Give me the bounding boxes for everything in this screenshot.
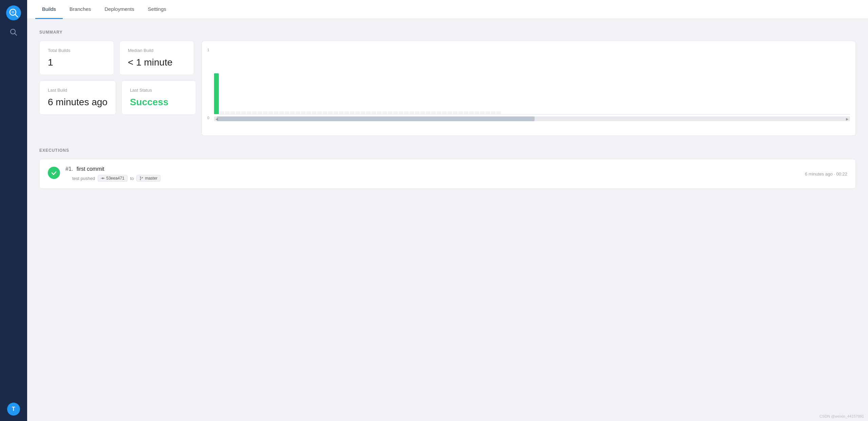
chart-bar [393,111,398,114]
chart-bar [431,111,436,114]
chart-bar [496,111,501,114]
chart-bar [442,111,447,114]
execution-to: to [130,176,134,181]
chart-bar [469,111,474,114]
chart-scrollbar[interactable]: ◀ ▶ [214,116,850,121]
branch-badge[interactable]: master [136,175,160,182]
chart-bar [382,111,387,114]
builds-chart: 1 0 ◀ ▶ [201,41,856,136]
chart-bar [328,111,333,114]
chart-bar [491,111,496,114]
executions-section-title: EXECUTIONS [39,148,856,153]
chart-bar [323,111,327,114]
user-avatar[interactable]: T [7,403,20,416]
chart-bar [475,111,479,114]
execution-item: #1. first commit test pushed 53eea471 to… [39,159,856,189]
execution-number: #1. [65,166,73,172]
chart-y-bottom-label: 0 [207,116,209,120]
chart-bar [252,111,257,114]
tab-deployments[interactable]: Deployments [98,0,141,19]
chart-bar [453,111,458,114]
chart-bar [399,111,403,114]
execution-title: #1. first commit [65,166,799,172]
chart-bar [464,111,468,114]
svg-point-9 [140,179,141,180]
cards-column: Total Builds 1 Median Build < 1 minute L… [39,41,196,136]
chart-bar [317,111,322,114]
chart-bar [339,111,344,114]
chart-inner: 1 0 ◀ ▶ [207,47,850,128]
scroll-left-icon[interactable]: ◀ [214,117,219,121]
tab-branches[interactable]: Branches [63,0,98,19]
execution-meta: test pushed 53eea471 to master [72,175,799,182]
svg-point-10 [142,177,143,178]
chart-bar [420,111,425,114]
chart-bar [415,111,420,114]
median-build-card: Median Build < 1 minute [119,41,194,75]
chart-bar [377,111,382,114]
execution-timestamp: 6 minutes ago · 00:22 [805,171,847,177]
chart-bar [230,111,235,114]
chart-bar [247,111,251,114]
chart-bar [295,111,300,114]
chart-bar [333,111,338,114]
chart-bar [312,111,316,114]
bars-area [214,47,850,114]
chart-bar [447,111,452,114]
last-build-label: Last Build [48,88,108,93]
scrollbar-thumb [217,116,535,121]
chart-bar [485,111,490,114]
median-build-label: Median Build [128,48,186,53]
chart-bar [371,111,376,114]
chart-bar [225,111,230,114]
chart-bar [274,111,278,114]
tab-settings[interactable]: Settings [141,0,173,19]
chart-bar [426,111,430,114]
total-builds-card: Total Builds 1 [39,41,114,75]
chart-y-top-label: 1 [207,48,209,52]
chart-bar [437,111,441,114]
chart-bar [285,111,289,114]
executions-section: EXECUTIONS #1. first commit test pushed [39,148,856,189]
total-builds-value: 1 [48,57,105,68]
scroll-right-icon[interactable]: ▶ [845,117,850,121]
svg-point-2 [12,11,14,14]
chart-bar [404,111,409,114]
chart-bar [241,111,246,114]
total-builds-label: Total Builds [48,48,105,53]
page-content: SUMMARY Total Builds 1 Median Build < 1 … [27,19,868,421]
chart-bar [306,111,311,114]
svg-line-4 [15,34,17,36]
tab-builds[interactable]: Builds [35,0,63,19]
chart-bar [219,111,224,114]
app-logo[interactable] [6,5,21,20]
main-content: Builds Branches Deployments Settings SUM… [27,0,868,421]
chart-bar [257,111,262,114]
chart-bar [263,111,268,114]
chart-bar [480,111,485,114]
last-status-card: Last Status Success [121,80,196,115]
last-status-value: Success [130,97,188,108]
summary-grid: Total Builds 1 Median Build < 1 minute L… [39,41,856,136]
chart-bar [355,111,360,114]
cards-row-bottom: Last Build 6 minutes ago Last Status Suc… [39,80,196,115]
cards-row-top: Total Builds 1 Median Build < 1 minute [39,41,196,75]
commit-badge[interactable]: 53eea471 [98,175,127,182]
chart-bar [236,111,240,114]
median-build-value: < 1 minute [128,57,186,68]
chart-bar [361,111,365,114]
execution-name: first commit [77,166,104,172]
svg-line-1 [15,15,18,17]
last-status-label: Last Status [130,88,188,93]
chart-bar [409,111,414,114]
tabs-bar: Builds Branches Deployments Settings [27,0,868,19]
svg-point-5 [102,178,104,179]
svg-point-8 [140,177,141,178]
chart-bar [366,111,371,114]
chart-bar [344,111,349,114]
chart-bar [214,73,219,114]
chart-bar [268,111,273,114]
sidebar: T [0,0,27,421]
search-icon[interactable] [10,29,17,38]
commit-hash: 53eea471 [106,176,124,181]
